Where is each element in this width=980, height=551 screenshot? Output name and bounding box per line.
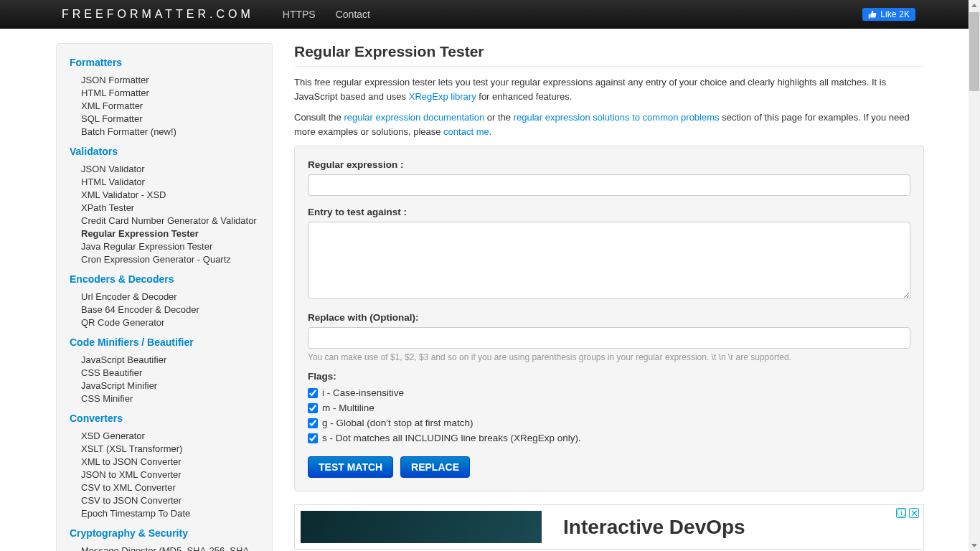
flags-label: Flags: [308,371,910,382]
test-match-button[interactable]: TEST MATCH [308,456,393,478]
page-title: Regular Expression Tester [294,43,924,67]
sidebar-item[interactable]: HTML Validator [81,176,259,189]
sidebar-item[interactable]: Epoch Timestamp To Date [81,507,259,520]
replace-help: You can make use of $1, $2, $3 and so on… [308,352,910,362]
flag-m-checkbox[interactable] [308,403,318,413]
sidebar-heading-validators[interactable]: Validators [70,146,259,157]
regex-form: Regular expression : Entry to test again… [294,146,924,491]
ad-container[interactable]: ⓘ ✕ Interactive DevOps [294,504,924,550]
link-xregexp[interactable]: XRegExp library [409,91,476,102]
flag-g-label: g - Global (don't stop at first match) [322,418,473,428]
sidebar-item[interactable]: JavaScript Minifier [81,380,259,392]
sidebar-item[interactable]: Credit Card Number Generator & Validator [81,215,259,227]
intro-paragraph-1: This free regular expression tester lets… [294,75,924,103]
scrollbar[interactable] [969,0,980,551]
entry-label: Entry to test against : [308,207,910,217]
entry-textarea[interactable] [308,222,910,299]
sidebar-item[interactable]: Java Regular Expression Tester [81,240,259,253]
sidebar-item[interactable]: XML to JSON Converter [81,456,259,468]
sidebar-item[interactable]: JSON Formatter [81,74,259,87]
sidebar-heading-formatters[interactable]: Formatters [70,57,259,68]
sidebar-item[interactable]: QR Code Generator [81,316,259,329]
scroll-thumb[interactable] [969,12,979,91]
fb-like-label: Like [880,9,896,19]
sidebar-item[interactable]: CSS Minifier [81,392,259,405]
ad-close-icon[interactable]: ✕ [909,508,919,518]
regex-label: Regular expression : [308,159,910,170]
sidebar-item[interactable]: Batch Formatter (new!) [81,126,259,138]
sidebar-heading-converters[interactable]: Converters [70,413,259,424]
sidebar-item[interactable]: XSD Generator [81,430,259,443]
replace-button[interactable]: REPLACE [400,456,470,478]
flag-i-checkbox[interactable] [308,388,318,398]
sidebar-item[interactable]: XSLT (XSL Transformer) [81,443,259,456]
sidebar-item[interactable]: XML Formatter [81,100,259,113]
sidebar-item[interactable]: Base 64 Encoder & Decoder [81,303,259,316]
intro-paragraph-2: Consult the regular expression documenta… [294,110,924,138]
ad-info-icon[interactable]: ⓘ [896,508,906,518]
sidebar-item[interactable]: HTML Formatter [81,87,259,100]
replace-label: Replace with (Optional): [308,312,910,323]
sidebar-item[interactable]: Url Encoder & Decoder [81,291,259,303]
scroll-up-icon[interactable] [969,0,980,11]
sidebar-item[interactable]: Cron Expression Generator - Quartz [81,253,259,266]
link-regex-doc[interactable]: regular expression documentation [344,112,484,123]
sidebar-item-active[interactable]: Regular Expression Tester [81,227,259,240]
sidebar-heading-encoders[interactable]: Encoders & Decoders [70,273,259,285]
flag-s-label: s - Dot matches all INCLUDING line break… [322,433,581,443]
ad-image [301,511,542,543]
sidebar-item[interactable]: XML Validator - XSD [81,189,259,202]
scroll-down-icon[interactable] [969,540,980,551]
link-regex-solutions[interactable]: regular expression solutions to common p… [514,112,720,123]
regex-input[interactable] [308,174,910,196]
nav-contact[interactable]: Contact [336,9,370,20]
sidebar: Formatters JSON Formatter HTML Formatter… [56,43,273,551]
nav-links: HTTPS Contact [283,9,390,20]
replace-input[interactable] [308,327,910,349]
sidebar-item[interactable]: JSON Validator [81,163,259,176]
brand[interactable]: FREEFORMATTER.COM [62,8,254,21]
main-content: Regular Expression Tester This free regu… [294,43,924,551]
sidebar-item[interactable]: CSS Beautifier [81,367,259,380]
sidebar-item[interactable]: SQL Formatter [81,113,259,126]
flag-i-label: i - Case-insensitive [322,387,404,398]
sidebar-heading-minifiers[interactable]: Code Minifiers / Beautifier [70,336,259,348]
sidebar-heading-crypto[interactable]: Cryptography & Security [70,527,259,539]
sidebar-item[interactable]: Message Digester (MD5, SHA-256, SHA-512) [81,545,259,551]
fb-like-count: 2K [899,9,910,19]
sidebar-item[interactable]: CSV to XML Converter [81,481,259,494]
topbar: FREEFORMATTER.COM HTTPS Contact Like 2K [0,0,980,29]
nav-https[interactable]: HTTPS [283,9,316,20]
sidebar-item[interactable]: JSON to XML Converter [81,468,259,481]
fb-like-button[interactable]: Like 2K [862,8,915,21]
flag-g-checkbox[interactable] [308,418,318,428]
link-contact-me[interactable]: contact me [443,126,489,137]
ad-headline: Interactive DevOps [563,516,745,539]
sidebar-item[interactable]: XPath Tester [81,202,259,215]
flag-s-checkbox[interactable] [308,433,318,443]
sidebar-item[interactable]: JavaScript Beautifier [81,354,259,367]
thumbs-up-icon [868,10,877,19]
flag-m-label: m - Multiline [322,402,374,413]
sidebar-item[interactable]: CSV to JSON Converter [81,494,259,507]
